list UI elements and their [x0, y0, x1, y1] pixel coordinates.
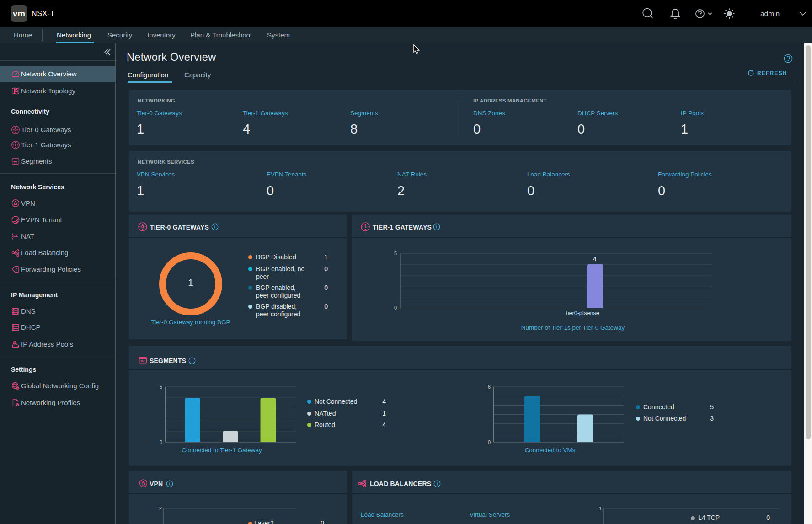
- svg-text:4: 4: [593, 255, 597, 262]
- svg-text:5: 5: [160, 384, 162, 390]
- svg-text:0: 0: [394, 305, 397, 310]
- svg-text:0: 0: [488, 439, 491, 445]
- svg-text:1: 1: [188, 278, 193, 289]
- svg-text:2: 2: [159, 506, 162, 511]
- svg-text:5: 5: [394, 251, 397, 256]
- svg-text:6: 6: [488, 384, 491, 390]
- svg-text:1: 1: [599, 506, 602, 511]
- svg-text:tier0-pfsense: tier0-pfsense: [566, 310, 599, 316]
- svg-text:0: 0: [160, 439, 162, 445]
